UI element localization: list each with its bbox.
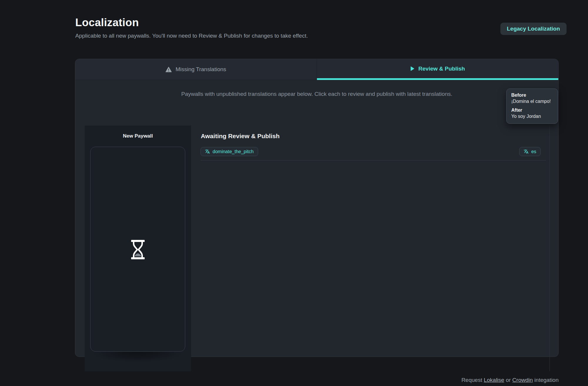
tooltip-after-group: After Yo soy Jordan — [511, 108, 553, 119]
integration-request-text: Request Lokalise or Crowdin integation — [461, 377, 559, 383]
hourglass-icon — [130, 240, 146, 260]
crowdin-link[interactable]: Crowdin — [512, 377, 533, 383]
locale-chip-label: es — [531, 149, 536, 154]
paywall-chip[interactable]: dominate_the_pitch — [201, 147, 258, 156]
locale-chip[interactable]: es — [519, 147, 541, 156]
play-icon — [410, 66, 415, 71]
footer-suffix: integation — [533, 377, 559, 383]
card-content: Paywalls with unpublished translations a… — [75, 80, 558, 357]
tooltip-before-value: ¡Domina el campo! — [511, 99, 553, 104]
content-description: Paywalls with unpublished translations a… — [75, 91, 558, 97]
warning-icon — [166, 67, 172, 72]
tooltip-before-group: Before ¡Domina el campo! — [511, 93, 553, 104]
phone-preview-frame — [90, 147, 185, 352]
tab-review-label: Review & Publish — [418, 66, 465, 72]
footer-prefix: Request — [461, 377, 484, 383]
paywall-preview-panel: New Paywall — [85, 126, 191, 371]
lokalise-link[interactable]: Lokalise — [484, 377, 504, 383]
phone-frame-shadow — [92, 352, 184, 362]
paywall-chip-label: dominate_the_pitch — [213, 149, 254, 154]
tab-review-publish[interactable]: Review & Publish — [317, 59, 559, 80]
awaiting-list-area: Awaiting Review & Publish dominate_the_p… — [201, 126, 550, 371]
localization-card: Missing Translations Review & Publish Pa… — [75, 59, 559, 357]
translate-icon — [524, 149, 529, 154]
page-title: Localization — [75, 16, 139, 29]
tab-bar: Missing Translations Review & Publish — [75, 59, 558, 80]
translate-icon — [205, 149, 210, 154]
paywall-row[interactable]: dominate_the_pitch es — [201, 147, 549, 156]
tab-missing-label: Missing Translations — [176, 66, 226, 73]
list-divider — [201, 160, 546, 161]
preview-panel-title: New Paywall — [85, 133, 191, 139]
awaiting-heading: Awaiting Review & Publish — [201, 133, 549, 140]
translation-preview-tooltip: Before ¡Domina el campo! After Yo soy Jo… — [506, 88, 558, 124]
legacy-localization-button[interactable]: Legacy Localization — [500, 23, 567, 35]
footer-middle: or — [504, 377, 512, 383]
tooltip-before-label: Before — [511, 93, 553, 98]
page-subtitle: Applicable to all new paywalls. You'll n… — [75, 33, 308, 39]
tab-missing-translations[interactable]: Missing Translations — [75, 59, 317, 80]
tooltip-after-label: After — [511, 108, 553, 113]
tooltip-after-value: Yo soy Jordan — [511, 114, 553, 119]
